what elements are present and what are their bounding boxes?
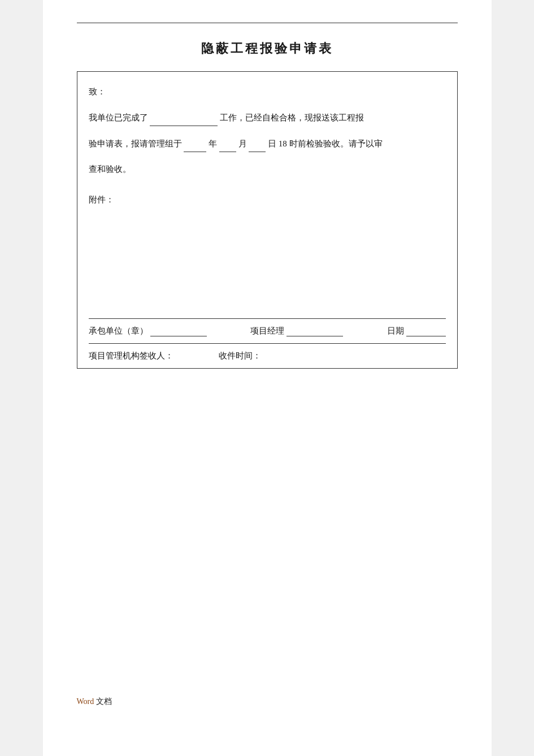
work-field[interactable] xyxy=(150,109,218,126)
signature-row: 承包单位（章） 项目经理 日期 xyxy=(89,318,446,343)
pm-item: 项目经理 xyxy=(250,326,343,336)
doc-label: 文档 xyxy=(96,697,112,706)
body-line1-prefix: 我单位已完成了 xyxy=(89,113,148,122)
body-line3-section: 查和验收。 xyxy=(89,161,446,178)
contractor-item: 承包单位（章） xyxy=(89,326,207,336)
to-label: 致： xyxy=(89,83,446,100)
attachment-label: 附件： xyxy=(89,195,114,204)
date-label: 日期 xyxy=(387,326,404,336)
footer: Word 文档 xyxy=(77,697,458,707)
to-section: 致： xyxy=(89,83,446,100)
contractor-field[interactable] xyxy=(150,326,207,336)
month-field[interactable] xyxy=(219,135,236,152)
year-label: 年 xyxy=(209,139,217,148)
time-text: 18 时前检验验收。请予以审 xyxy=(279,139,383,148)
body-line1: 我单位已完成了 工作，已经自检合格，现报送该工程报 xyxy=(89,113,364,122)
day-label: 日 xyxy=(268,139,276,148)
body-line1-suffix: 工作，已经自检合格，现报送该工程报 xyxy=(220,113,364,122)
time-label: 收件时间： xyxy=(219,351,261,361)
body-line2-prefix: 验申请表，报请管理组于 xyxy=(89,139,182,148)
body-line3: 查和验收。 xyxy=(89,165,131,174)
pm-label: 项目经理 xyxy=(250,326,284,336)
date-item: 日期 xyxy=(387,326,446,336)
month-label: 月 xyxy=(238,139,247,148)
year-field[interactable] xyxy=(184,135,206,152)
word-label: Word xyxy=(77,697,94,706)
date-field[interactable] xyxy=(406,326,446,336)
receiver-row: 项目管理机构签收人： 收件时间： xyxy=(89,343,446,368)
page: 隐蔽工程报验申请表 致： 我单位已完成了 工作，已经自检合格，现报送该工程报 验… xyxy=(43,0,492,756)
top-divider xyxy=(77,23,458,23)
form-box: 致： 我单位已完成了 工作，已经自检合格，现报送该工程报 验申请表，报请管理组于… xyxy=(77,71,458,369)
receiver-label: 项目管理机构签收人： xyxy=(89,351,173,361)
pm-field[interactable] xyxy=(286,326,343,336)
attachment-section: 附件： xyxy=(89,195,446,205)
body-section: 我单位已完成了 工作，已经自检合格，现报送该工程报 xyxy=(89,109,446,126)
body-line2-section: 验申请表，报请管理组于 年 月 日 18 时前检验验收。请予以审 xyxy=(89,135,446,152)
day-field[interactable] xyxy=(249,135,266,152)
contractor-label: 承包单位（章） xyxy=(89,326,148,336)
page-title: 隐蔽工程报验申请表 xyxy=(77,40,458,57)
